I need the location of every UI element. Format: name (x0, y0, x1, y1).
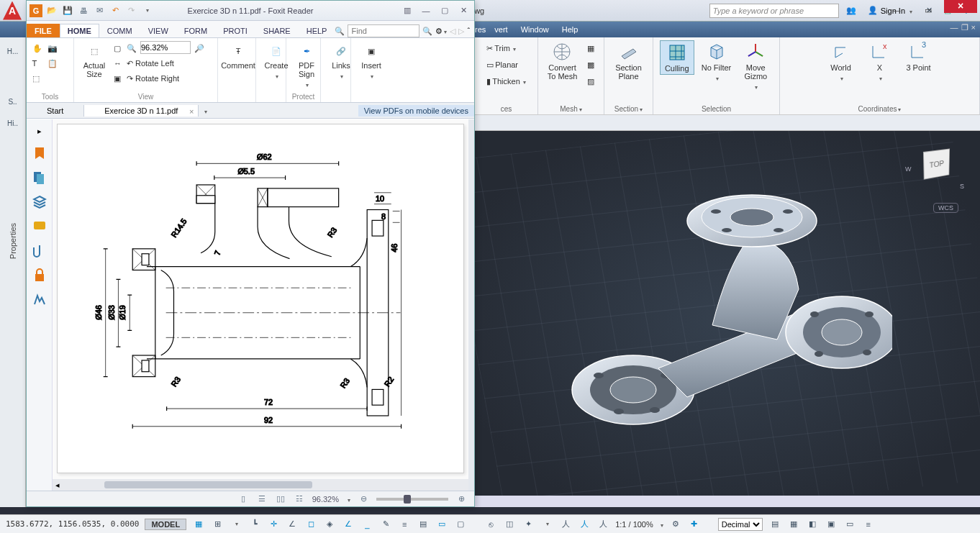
ucs-status-icon[interactable]: 人 (578, 518, 591, 531)
autocad-logo-icon[interactable]: A (3, 1, 22, 20)
coordinates-panel-label[interactable]: Coordinates (858, 104, 902, 114)
convert-to-mesh-button[interactable]: Convert To Mesh (545, 40, 581, 82)
select-text-icon[interactable]: Ꭲ (31, 56, 44, 70)
zoom-slider[interactable] (376, 498, 448, 501)
mesh-opt2-icon[interactable]: ▩ (584, 57, 597, 73)
zoom-out-icon[interactable]: 🔍 (125, 41, 138, 55)
fit-width-icon[interactable]: ↔ (112, 56, 123, 70)
find-input[interactable] (348, 24, 419, 37)
scroll-left-icon[interactable]: ◂ (53, 480, 63, 490)
section-panel-label[interactable]: Section (614, 104, 643, 114)
tab-help[interactable]: HELP (299, 24, 335, 37)
mdi-restore-icon[interactable]: ❐ (961, 23, 968, 32)
quickprops-icon[interactable]: ▤ (768, 518, 781, 531)
cycling-icon[interactable]: ▭ (435, 518, 448, 531)
scroll-thumb[interactable] (104, 481, 312, 488)
world-ucs-button[interactable]: World (824, 40, 858, 83)
find-folder-icon[interactable]: 🔍 (335, 27, 345, 36)
customize-icon[interactable]: ≡ (862, 518, 875, 531)
tab-view[interactable]: VIEW (140, 24, 176, 37)
ucs2-icon[interactable]: 人 (596, 518, 609, 531)
gizmo-status-menu[interactable] (540, 518, 553, 531)
anno-vis-icon[interactable]: ✚ (688, 518, 701, 531)
find-prev-icon[interactable]: ◁ (450, 27, 455, 36)
transparency-icon[interactable]: ▤ (417, 518, 430, 531)
view-continuous-icon[interactable]: ☰ (256, 493, 268, 505)
open-icon[interactable]: 📂 (45, 4, 58, 17)
clipboard-icon[interactable]: 📋 (46, 56, 59, 70)
security-icon[interactable] (32, 268, 47, 283)
mobile-ad-banner[interactable]: View PDFs on mobile devices (358, 105, 474, 117)
attachments-icon[interactable] (32, 244, 47, 258)
mesh-opt3-icon[interactable]: ▨ (584, 73, 597, 89)
pages-icon[interactable] (32, 170, 47, 185)
units-select[interactable]: Decimal (718, 518, 763, 531)
email-icon[interactable]: ✉ (93, 4, 106, 17)
menu-res[interactable]: res (475, 25, 486, 34)
window-close-button[interactable]: × (944, 0, 977, 13)
foxit-close-button[interactable]: ✕ (455, 4, 471, 17)
section-plane-button[interactable]: Section Plane (612, 40, 646, 82)
undo-icon[interactable]: ↶ (109, 4, 122, 17)
comments-icon[interactable] (32, 219, 47, 234)
pdf-sign-button[interactable]: ✒ PDF Sign (291, 41, 322, 90)
doctab-start[interactable]: Start (27, 105, 84, 117)
foxit-maximize-button[interactable]: ▢ (437, 4, 453, 17)
fit-page-icon[interactable]: ▢ (112, 41, 123, 55)
tab-protect[interactable]: PROTI (215, 24, 255, 37)
lock-ui-icon[interactable]: ▦ (787, 518, 800, 531)
lineweight-icon[interactable]: ≡ (398, 518, 411, 531)
3point-ucs-button[interactable]: 3 3 Point (902, 40, 936, 73)
properties-palette-label[interactable]: Properties (9, 223, 17, 259)
anno-scale[interactable]: 1:1 / 100% (615, 520, 653, 529)
otrack-icon[interactable]: ∠ (342, 518, 355, 531)
isodraft-icon[interactable]: ∠ (286, 518, 299, 531)
window-maximize-button[interactable]: ▭ (914, 1, 943, 19)
tab-share[interactable]: SHARE (255, 24, 299, 37)
rotate-left-button[interactable]: ↶Rotate Left (125, 56, 206, 70)
doctab-file[interactable]: Exercice 3D n 11.pdf × (84, 105, 199, 117)
zoom-select[interactable] (140, 41, 191, 54)
doctab-close-icon[interactable]: × (189, 107, 194, 116)
qat-customize-icon[interactable] (140, 4, 153, 17)
grid-toggle-icon[interactable]: ▦ (192, 518, 205, 531)
signatures-icon[interactable] (32, 293, 47, 307)
acad-3d-viewport[interactable]: TOP S W WCS (475, 131, 980, 507)
ribbon-mode-icon[interactable]: ▥ (399, 4, 415, 17)
mdi-minimize-icon[interactable]: — (950, 23, 958, 32)
viewcube-face[interactable]: TOP (923, 148, 950, 179)
wcs-badge[interactable]: WCS (933, 203, 958, 213)
dyn-input-icon[interactable]: ✎ (379, 518, 392, 531)
clean-screen-icon[interactable]: ▭ (843, 518, 856, 531)
culling-button[interactable]: Culling (660, 40, 694, 75)
window-minimize-button[interactable]: — (882, 1, 911, 19)
comment-button[interactable]: Ŧ Comment (222, 41, 254, 71)
save-icon[interactable]: 💾 (61, 4, 74, 17)
mdi-close-icon[interactable]: × (971, 23, 976, 32)
osnap-icon[interactable]: ◻ (304, 518, 317, 531)
zoom-in-icon[interactable]: 🔎 (193, 41, 206, 55)
sidebar-expand-icon[interactable]: ▸ (37, 127, 42, 136)
tab-home[interactable]: HOME (60, 24, 99, 37)
gear-icon[interactable]: ⚙ (669, 518, 682, 531)
snapshot-icon[interactable]: 📷 (46, 41, 59, 55)
find-options-icon[interactable]: ⚙ (435, 27, 447, 36)
pdf-page-area[interactable]: Ø62 Ø5.5 R14.5 (53, 119, 468, 491)
3dtripod-icon[interactable]: 人 (559, 518, 572, 531)
viewcube[interactable]: TOP S W (915, 145, 958, 188)
hand-tool-icon[interactable]: ✋ (31, 41, 44, 55)
dynamic-ucs-icon[interactable]: ⎯ (360, 518, 373, 531)
redo-icon[interactable]: ↷ (124, 4, 137, 17)
3dprops-icon[interactable]: ◫ (503, 518, 516, 531)
bookmark-icon[interactable] (32, 146, 47, 160)
foxit-minimize-button[interactable]: — (418, 4, 434, 17)
menu-window[interactable]: Window (521, 25, 549, 34)
select-annotation-icon[interactable]: ⬚ (31, 71, 44, 86)
right-splitter[interactable] (468, 119, 474, 491)
view-facing-icon[interactable]: ▯▯ (275, 493, 286, 505)
3dosnap-icon[interactable]: ◈ (323, 518, 336, 531)
foxit-logo-icon[interactable]: G (30, 4, 42, 17)
zoom-in-status-icon[interactable]: ⊕ (455, 493, 467, 505)
acad-search-input[interactable]: Type a keyword or phrase (709, 4, 839, 18)
zoom-out-status-icon[interactable]: ⊖ (358, 493, 369, 505)
